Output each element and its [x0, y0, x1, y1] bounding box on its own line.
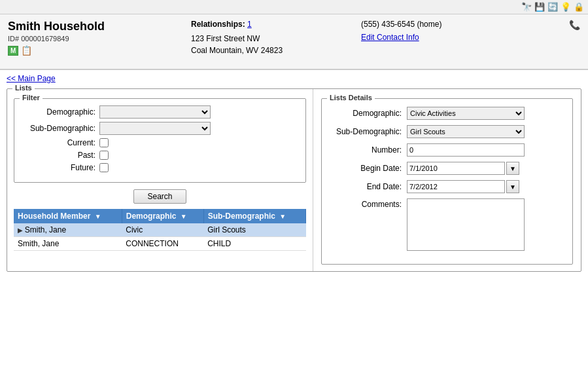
detail-number-row: Number:: [330, 143, 564, 157]
current-row: Current:: [24, 138, 296, 147]
detail-number-label: Number:: [330, 145, 402, 155]
header-card: Smith Household ID# 000001679849 M 📋 Rel…: [0, 14, 588, 70]
lists-section-label: Lists: [12, 84, 35, 92]
badge-m: M: [8, 46, 18, 56]
sub-demographic-filter-select[interactable]: [99, 122, 211, 135]
address-line1: 123 First Street NW: [191, 33, 348, 45]
phone-line: (555) 435-6545 (home) 📞: [361, 20, 580, 29]
phone-number: (555) 435-6545 (home): [361, 20, 441, 29]
detail-begin-date-row: Begin Date: ▼: [330, 162, 564, 175]
past-checkbox[interactable]: [99, 151, 109, 160]
main-content: << Main Page Lists Filter Demographic: S…: [0, 70, 588, 276]
main-page-link[interactable]: << Main Page: [7, 74, 581, 83]
details-section-label: Lists Details: [327, 94, 375, 102]
detail-comments-textarea[interactable]: [407, 198, 525, 251]
row-arrow-icon: ▶: [18, 227, 25, 234]
search-button[interactable]: Search: [133, 189, 186, 204]
detail-sub-demographic-row: Sub-Demographic: Girl Scouts: [330, 125, 564, 138]
col-sub-demographic-filter-icon[interactable]: ▼: [279, 213, 286, 220]
address: 123 First Street NW Coal Mountain, WV 24…: [191, 33, 348, 56]
header-left: Smith Household ID# 000001679849 M 📋: [8, 20, 178, 56]
sub-demographic-filter-label: Sub-Demographic:: [24, 124, 95, 133]
end-date-picker-button[interactable]: ▼: [506, 180, 519, 193]
past-row: Past:: [24, 151, 296, 160]
details-box: Lists Details Demographic: Civic Activit…: [321, 98, 573, 265]
table-row[interactable]: ▶ Smith, JaneCivicGirl Scouts: [14, 223, 306, 237]
past-label: Past:: [24, 151, 95, 160]
refresh-icon[interactable]: 🔄: [547, 2, 558, 12]
detail-comments-row: Comments:: [330, 198, 564, 251]
badges: M 📋: [8, 45, 178, 56]
relationships-line: Relationships: 1: [191, 20, 348, 29]
table-header-row: Household Member ▼ Demographic ▼ Sub-Dem…: [14, 209, 306, 223]
detail-demographic-label: Demographic:: [330, 109, 402, 118]
binoculars-icon[interactable]: 🔭: [521, 2, 532, 12]
begin-date-wrap: ▼: [407, 162, 519, 175]
detail-number-input[interactable]: [407, 143, 525, 157]
toolbar: 🔭 💾 🔄 💡 🔒: [0, 0, 588, 14]
address-line2: Coal Mountain, WV 24823: [191, 45, 348, 56]
detail-end-date-label: End Date:: [330, 182, 402, 191]
demographic-filter-label: Demographic:: [24, 107, 95, 117]
detail-end-date-row: End Date: ▼: [330, 180, 564, 193]
table-row[interactable]: Smith, JaneCONNECTIONCHILD: [14, 237, 306, 251]
row-demographic: Civic: [122, 223, 203, 237]
row-member-name: Smith, Jane: [25, 225, 66, 234]
row-demographic: CONNECTION: [122, 237, 203, 251]
row-sub-demographic: CHILD: [203, 237, 305, 251]
col-demographic-filter-icon[interactable]: ▼: [181, 213, 187, 220]
row-arrow-cell: Smith, Jane: [14, 237, 122, 251]
future-label: Future:: [24, 163, 95, 172]
row-arrow-cell: ▶ Smith, Jane: [14, 223, 122, 237]
current-label: Current:: [24, 138, 95, 147]
demographic-filter-select[interactable]: [99, 105, 211, 119]
col-household-member: Household Member ▼: [14, 209, 122, 223]
household-id: ID# 000001679849: [8, 35, 178, 43]
lightbulb-icon[interactable]: 💡: [561, 2, 571, 12]
lock-icon[interactable]: 🔒: [574, 2, 584, 12]
demographic-row: Demographic:: [24, 105, 296, 119]
household-table: Household Member ▼ Demographic ▼ Sub-Dem…: [14, 209, 306, 251]
header-mid: Relationships: 1 123 First Street NW Coa…: [178, 20, 348, 56]
left-panel: Filter Demographic: Sub-Demographic: Cur…: [7, 89, 313, 271]
detail-sub-demographic-label: Sub-Demographic:: [330, 127, 402, 136]
household-name: Smith Household: [8, 20, 178, 33]
detail-sub-demographic-select[interactable]: Girl Scouts: [407, 125, 525, 138]
col-demographic: Demographic ▼: [122, 209, 203, 223]
detail-begin-date-label: Begin Date:: [330, 164, 402, 173]
header-right: (555) 435-6545 (home) 📞 Edit Contact Inf…: [348, 20, 580, 42]
edit-contact-link[interactable]: Edit Contact Info: [361, 33, 419, 42]
row-sub-demographic: Girl Scouts: [203, 223, 305, 237]
right-panel: Lists Details Demographic: Civic Activit…: [313, 89, 581, 271]
future-checkbox[interactable]: [99, 163, 109, 172]
filter-label: Filter: [20, 94, 43, 102]
detail-demographic-row: Demographic: Civic Activities Scouts: [330, 107, 564, 120]
search-btn-row: Search: [14, 189, 306, 204]
sub-demographic-row: Sub-Demographic:: [24, 122, 296, 135]
begin-date-input[interactable]: [407, 162, 505, 175]
table-body: ▶ Smith, JaneCivicGirl ScoutsSmith, Jane…: [14, 223, 306, 251]
phone-icon: 📞: [569, 20, 580, 30]
save-icon[interactable]: 💾: [534, 2, 545, 12]
current-checkbox[interactable]: [99, 138, 109, 147]
end-date-input[interactable]: [407, 180, 505, 193]
col-household-member-filter-icon[interactable]: ▼: [95, 213, 101, 220]
detail-comments-label: Comments:: [330, 198, 402, 209]
col-sub-demographic: Sub-Demographic ▼: [203, 209, 305, 223]
lists-section: Lists Filter Demographic: Sub-Demographi…: [7, 88, 581, 272]
row-member-name: Smith, Jane: [18, 239, 59, 248]
relationships-link[interactable]: 1: [247, 20, 252, 29]
future-row: Future:: [24, 163, 296, 172]
begin-date-picker-button[interactable]: ▼: [506, 162, 519, 175]
end-date-wrap: ▼: [407, 180, 519, 193]
detail-demographic-select[interactable]: Civic Activities Scouts: [407, 107, 525, 120]
filter-box: Filter Demographic: Sub-Demographic: Cur…: [14, 98, 306, 183]
relationships-label: Relationships:: [191, 20, 245, 29]
doc-icon[interactable]: 📋: [21, 45, 32, 56]
